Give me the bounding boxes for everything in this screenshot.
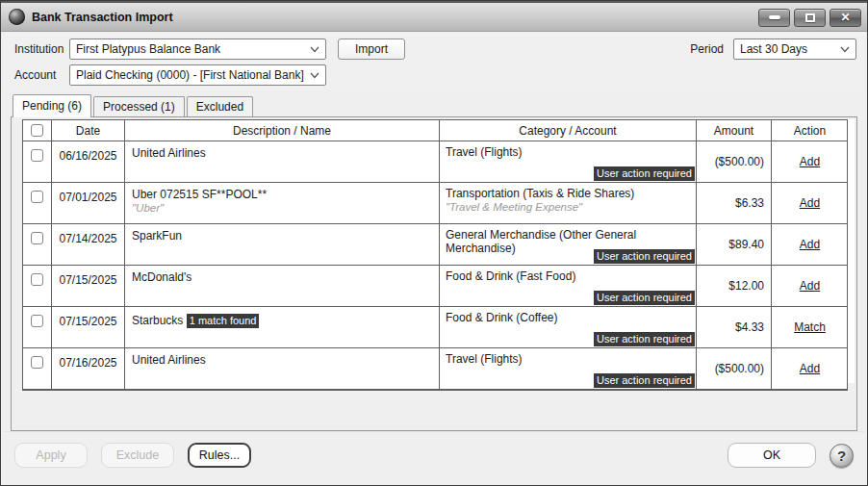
select-all-checkbox[interactable] [31,124,43,137]
row-checkbox[interactable] [31,149,43,162]
row-description-cell: United Airlines [125,348,440,389]
import-button[interactable]: Import [338,38,405,60]
period-group: Period Last 30 Days [690,38,856,60]
app-logo-icon [9,9,25,25]
table-row: 07/01/2025 Uber 072515 SF**POOL** "Uber"… [23,183,847,224]
row-amount: $89.40 [697,224,772,265]
tab-pending[interactable]: Pending (6) [13,94,91,117]
account-label: Account [14,68,69,82]
table-row: 07/15/2025 Starbucks 1 match found Food … [23,307,847,348]
user-action-required-badge: User action required [594,332,695,346]
match-found-badge: 1 match found [187,314,260,328]
row-description-cell: United Airlines [125,141,440,182]
table-row: 07/15/2025 McDonald's Food & Drink (Fast… [23,266,847,307]
transaction-table: Date Description / Name Category / Accou… [22,119,848,391]
row-description-cell: Uber 072515 SF**POOL** "Uber" [125,183,440,223]
institution-row: Institution First Platypus Balance Bank … [14,38,856,60]
row-amount: $6.33 [697,183,772,223]
row-category-cell: General Merchandise (Other General Merch… [440,224,697,265]
table-row: 07/14/2025 SparkFun General Merchandise … [23,224,847,266]
transaction-rows: 06/16/2025 United Airlines Travel (Fligh… [23,141,847,390]
tab-strip: Pending (6) Processed (1) Excluded [13,93,864,116]
chevron-down-icon [308,68,321,82]
header-checkbox-cell [23,120,52,141]
row-action-cell: Add [772,141,848,182]
row-date: 06/16/2025 [52,141,125,182]
row-date: 07/14/2025 [52,224,125,265]
row-checkbox-cell [23,307,52,347]
row-action-link[interactable]: Match [794,320,826,334]
row-action-link[interactable]: Add [800,196,820,210]
row-amount: ($500.00) [697,348,772,389]
institution-label: Institution [14,42,69,56]
row-date: 07/15/2025 [52,266,125,306]
institution-select[interactable]: First Platypus Balance Bank [69,38,326,60]
row-category-cell: Travel (Flights) User action required [440,348,697,389]
help-button[interactable]: ? [830,444,854,468]
row-action-cell: Add [772,224,848,265]
minimize-button[interactable] [758,9,790,27]
row-description: SparkFun [132,229,182,243]
window-controls: ✕ [758,8,861,27]
tab-processed[interactable]: Processed (1) [93,96,185,116]
row-category: Food & Drink (Fast Food) [446,269,575,283]
row-date: 07/16/2025 [52,348,125,389]
row-amount: ($500.00) [697,141,772,182]
account-select[interactable]: Plaid Checking (0000) - [First National … [69,64,326,86]
period-value: Last 30 Days [740,42,838,56]
row-category-cell: Food & Drink (Fast Food) User action req… [440,266,697,306]
close-icon: ✕ [840,12,850,23]
header-action: Action [772,120,848,141]
row-action-link[interactable]: Add [800,238,820,251]
rules-button[interactable]: Rules... [188,443,251,468]
bank-transaction-import-window: Bank Transaction Import ✕ Institution Fi… [0,0,868,486]
row-checkbox-cell [23,224,52,265]
row-action-link[interactable]: Add [800,362,820,375]
user-action-required-badge: User action required [594,166,695,181]
account-row: Account Plaid Checking (0000) - [First N… [14,64,856,86]
header-description: Description / Name [125,120,440,141]
row-checkbox[interactable] [31,356,43,369]
row-checkbox[interactable] [31,232,43,244]
ok-button[interactable]: OK [728,443,816,468]
window-title: Bank Transaction Import [32,11,752,24]
period-label: Period [690,42,724,56]
user-action-required-badge: User action required [594,373,695,388]
maximize-button[interactable] [794,9,826,27]
row-action-link[interactable]: Add [800,155,820,168]
row-category: Transportation (Taxis & Ride Shares) [446,187,634,200]
row-date: 07/01/2025 [52,183,125,223]
chevron-down-icon [308,42,321,56]
row-action-link[interactable]: Add [800,279,820,293]
user-action-required-badge: User action required [594,291,695,305]
row-category-cell: Transportation (Taxis & Ride Shares) "Tr… [440,183,697,223]
tab-excluded[interactable]: Excluded [187,96,253,116]
minimize-icon [769,15,780,19]
row-checkbox[interactable] [31,273,43,286]
footer-bar: Apply Exclude Rules... OK ? [4,431,864,482]
row-description-cell: McDonald's [125,266,440,306]
header-amount: Amount [697,120,772,141]
row-description-cell: SparkFun [125,224,440,265]
row-checkbox-cell [23,183,52,223]
table-row: 07/16/2025 United Airlines Travel (Fligh… [23,348,847,390]
row-description-cell: Starbucks 1 match found [125,307,440,347]
exclude-button[interactable]: Exclude [101,443,174,468]
row-description: Uber 072515 SF**POOL** [132,188,267,201]
period-select[interactable]: Last 30 Days [733,38,856,60]
row-category-cell: Travel (Flights) User action required [440,141,697,182]
row-description: McDonald's [132,270,191,284]
row-checkbox[interactable] [31,315,43,327]
row-amount: $12.00 [697,266,772,306]
close-button[interactable]: ✕ [830,9,861,27]
apply-button[interactable]: Apply [14,443,88,468]
row-checkbox-cell [23,266,52,306]
row-action-cell: Add [772,266,848,306]
table-row: 06/16/2025 United Airlines Travel (Fligh… [23,141,847,183]
pending-tab-panel: Date Description / Name Category / Accou… [11,116,857,431]
table-right-gutter [848,119,855,383]
header-date: Date [52,120,125,141]
row-checkbox[interactable] [31,191,43,203]
row-checkbox-cell [23,348,52,389]
row-action-cell: Add [772,348,848,389]
